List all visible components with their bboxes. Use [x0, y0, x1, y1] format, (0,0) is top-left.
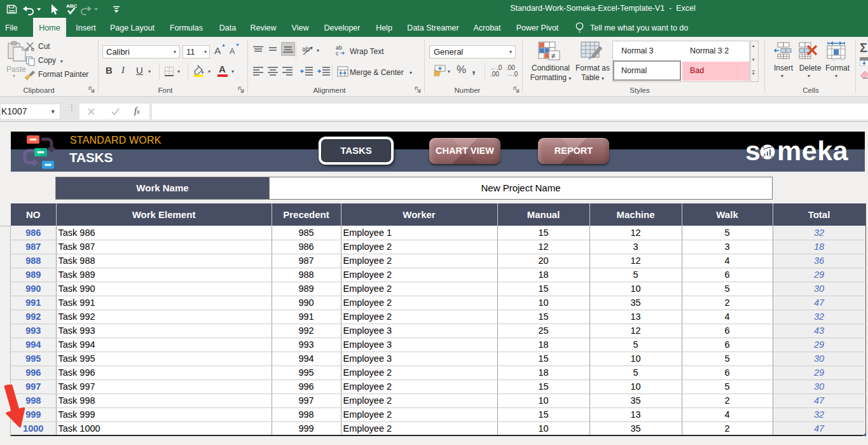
svg-text:≠: ≠ — [551, 51, 556, 60]
svg-text:s: s — [745, 137, 761, 166]
svg-text:ab: ab — [302, 45, 310, 53]
svg-text:meka: meka — [777, 137, 849, 166]
svg-text:ABC: ABC — [66, 3, 78, 9]
svg-text:c: c — [336, 50, 339, 56]
